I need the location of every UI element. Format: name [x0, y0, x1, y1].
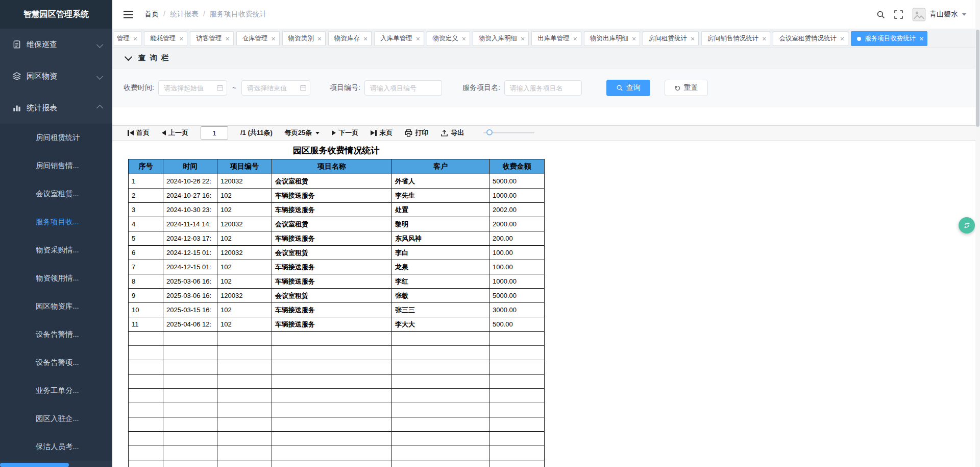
close-icon[interactable]: ×	[762, 35, 766, 42]
sidebar-subitem-7[interactable]: 设备告警情...	[0, 320, 112, 348]
service-name-input[interactable]	[504, 80, 582, 96]
sidebar-subitem-6[interactable]: 园区物资库...	[0, 292, 112, 320]
table-row: 52024-12-03 17:102车辆接送服务东风风神200.00	[129, 231, 545, 246]
breadcrumb-reports[interactable]: 统计报表	[159, 10, 199, 19]
tab-12[interactable]: 房间销售情况统计×	[701, 31, 770, 46]
close-icon[interactable]: ×	[632, 35, 636, 42]
tab-0[interactable]: 管理×	[114, 31, 141, 46]
tab-2[interactable]: 访客管理×	[190, 31, 233, 46]
close-icon[interactable]: ×	[462, 35, 466, 42]
tab-1[interactable]: 能耗管理×	[144, 31, 187, 46]
last-page-icon	[371, 130, 377, 136]
cell: 100.00	[489, 260, 545, 274]
hamburger-menu-icon[interactable]	[124, 11, 133, 18]
horizontal-scrollbar-thumb[interactable]	[0, 463, 69, 467]
empty-cell	[217, 460, 272, 467]
empty-row	[129, 432, 545, 446]
tab-10[interactable]: 物资出库明细×	[584, 31, 640, 46]
sidebar-subitem-3[interactable]: 服务项目收...	[0, 208, 112, 236]
cell: 102	[217, 260, 272, 274]
cell: 3	[129, 203, 163, 217]
prev-page-button[interactable]: 上一页	[162, 128, 188, 137]
cell: 5000.00	[489, 289, 545, 303]
scale-slider[interactable]	[483, 132, 534, 133]
sidebar-subitem-2[interactable]: 会议室租赁...	[0, 180, 112, 208]
close-icon[interactable]: ×	[317, 35, 322, 42]
empty-row	[129, 346, 545, 360]
page-number-input[interactable]	[201, 126, 228, 139]
last-page-button[interactable]: 末页	[371, 128, 393, 137]
cell: 车辆接送服务	[272, 203, 392, 217]
sidebar-subitem-10[interactable]: 园区入驻企...	[0, 405, 112, 433]
first-page-button[interactable]: 首页	[128, 128, 150, 137]
close-icon[interactable]: ×	[573, 35, 577, 42]
tab-7[interactable]: 物资定义×	[427, 31, 470, 46]
empty-cell	[129, 446, 163, 460]
tab-14[interactable]: 服务项目收费统计×	[851, 31, 927, 46]
search-icon[interactable]	[876, 10, 885, 19]
sidebar-subitem-9[interactable]: 业务工单分...	[0, 377, 112, 405]
tab-9[interactable]: 出库单管理×	[531, 31, 581, 46]
breadcrumb-home[interactable]: 首页	[144, 10, 159, 19]
vertical-scrollbar-thumb[interactable]	[976, 30, 979, 127]
search-button[interactable]: 查询	[606, 80, 650, 96]
pagination-toolbar: 首页 上一页 /1 (共11条) 每页25条 下一页 末页 打印 导出	[112, 125, 975, 141]
tab-label: 会议室租赁情况统计	[779, 34, 837, 43]
project-no-input[interactable]	[364, 80, 442, 96]
tab-5[interactable]: 物资库存×	[328, 31, 372, 46]
close-icon[interactable]: ×	[919, 35, 923, 42]
close-icon[interactable]: ×	[225, 35, 229, 42]
floating-assistant-button[interactable]	[959, 217, 975, 233]
empty-cell	[489, 417, 545, 432]
close-icon[interactable]: ×	[179, 35, 183, 42]
slider-thumb[interactable]	[486, 129, 493, 135]
tab-8[interactable]: 物资入库明细×	[473, 31, 529, 46]
cell: 2025-03-15 16:	[163, 303, 217, 317]
empty-cell	[392, 446, 489, 460]
empty-cell	[163, 332, 217, 346]
fullscreen-icon[interactable]	[894, 10, 903, 19]
table-row: 72024-12-15 01:102车辆接送服务龙泉100.00	[129, 260, 545, 274]
empty-cell	[392, 360, 489, 375]
empty-cell	[163, 375, 217, 389]
close-icon[interactable]: ×	[272, 35, 276, 42]
cell: 车辆接送服务	[272, 317, 392, 332]
export-button[interactable]: 导出	[440, 128, 464, 137]
sidebar-subitem-8[interactable]: 设备告警项...	[0, 348, 112, 377]
sidebar-subitem-5[interactable]: 物资领用情...	[0, 264, 112, 292]
close-icon[interactable]: ×	[840, 35, 844, 42]
empty-cell	[217, 346, 272, 360]
sidebar-item-1[interactable]: 园区物资	[0, 60, 112, 92]
report-table: 序号时间项目编号项目名称客户收费金额12024-10-26 22:120032会…	[128, 159, 545, 467]
reset-button[interactable]: 重置	[665, 80, 708, 96]
tab-13[interactable]: 会议室租赁情况统计×	[773, 31, 848, 46]
first-page-icon	[128, 130, 134, 136]
empty-cell	[272, 432, 392, 446]
empty-row	[129, 332, 545, 346]
close-icon[interactable]: ×	[363, 35, 368, 42]
tab-3[interactable]: 仓库管理×	[236, 31, 280, 46]
sidebar-subitem-11[interactable]: 保洁人员考...	[0, 433, 112, 461]
sidebar-subitem-0[interactable]: 房间租赁统计	[0, 124, 112, 152]
close-icon[interactable]: ×	[133, 35, 137, 42]
sidebar-item-0[interactable]: 维保巡查	[0, 29, 112, 60]
close-icon[interactable]: ×	[416, 35, 420, 42]
print-button[interactable]: 打印	[405, 128, 428, 137]
close-icon[interactable]: ×	[521, 35, 525, 42]
sidebar-subitem-4[interactable]: 物资采购情...	[0, 236, 112, 264]
cell: 102	[217, 274, 272, 289]
query-panel-toggle[interactable]: 查 询 栏	[112, 48, 975, 68]
tab-11[interactable]: 房间租赁统计×	[643, 31, 699, 46]
cell: 500.00	[489, 317, 545, 332]
sidebar-item-2[interactable]: 统计报表	[0, 92, 112, 124]
close-icon[interactable]: ×	[691, 35, 695, 42]
search-button-label: 查询	[626, 83, 641, 92]
tab-4[interactable]: 物资类别×	[282, 31, 326, 46]
sidebar-subitem-1[interactable]: 房间销售情...	[0, 152, 112, 180]
tab-6[interactable]: 入库单管理×	[374, 31, 424, 46]
column-header: 时间	[163, 159, 217, 174]
chevron-down-icon	[125, 53, 133, 61]
page-size-select[interactable]: 每页25条	[285, 128, 320, 137]
next-page-button[interactable]: 下一页	[332, 128, 358, 137]
user-menu[interactable]: 青山碧水	[912, 8, 967, 21]
